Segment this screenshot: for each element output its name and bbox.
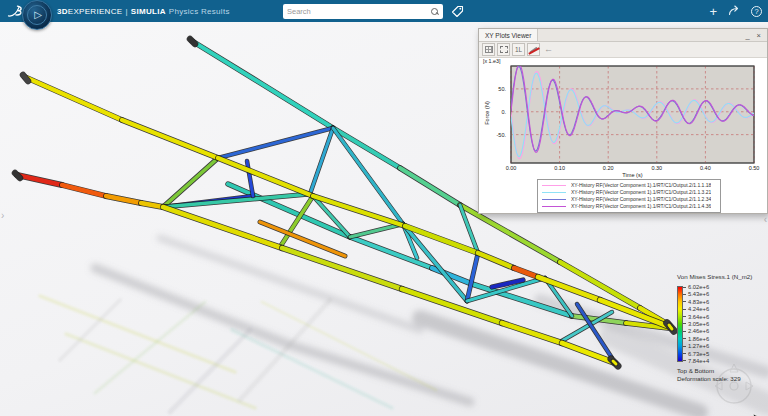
x-tick-label: 0.30 — [648, 165, 666, 171]
stress-tick — [683, 346, 686, 347]
brand-rest: EXPERIENCE — [68, 7, 123, 16]
legend-swatch — [542, 199, 566, 200]
x-axis-title: Time (s) — [511, 172, 754, 178]
xy-plots-toolbar: 1L ← — [479, 42, 767, 58]
stress-value-row: 6.73e+5 — [683, 351, 709, 357]
stress-tick — [683, 309, 686, 310]
legend-label: XY-History RF(Vector Component 1).1/RT/C… — [571, 189, 711, 195]
y-tick-label: 0. — [479, 109, 506, 115]
stress-legend-title: Von Mises Stress.1 (N_m2) — [677, 273, 765, 280]
legend-label: XY-History RF(Vector Component 1).1/RT/C… — [571, 196, 711, 202]
legend-swatch — [542, 206, 566, 207]
stress-value-row: 3.64e+6 — [683, 314, 709, 320]
legend-label: XY-History RF(Vector Component 1).1/RT/C… — [571, 182, 711, 188]
stress-tick — [683, 323, 686, 324]
back-button[interactable]: ← — [542, 43, 555, 56]
x-tick-label: 0.40 — [696, 165, 714, 171]
stress-value-label: 2.46e+6 — [688, 328, 709, 334]
stress-tick — [683, 294, 686, 295]
stress-value-label: 3.64e+6 — [688, 314, 709, 320]
add-icon[interactable]: + — [709, 5, 717, 18]
stress-value-row: 1.27e+6 — [683, 343, 709, 349]
plot-options-icon[interactable] — [482, 43, 495, 56]
back-arrow-icon: ← — [544, 45, 553, 54]
topbar-actions: + ? — [709, 0, 762, 22]
tag-icon[interactable] — [449, 4, 465, 19]
xy-plots-viewer-title: XY Plots Viewer — [479, 29, 538, 41]
minimize-button[interactable]: _ — [745, 31, 749, 40]
share-icon[interactable] — [728, 2, 740, 20]
xy-plots-viewer-window: XY Plots Viewer _ × 1L ← [x 1.e3] Force … — [478, 28, 768, 214]
xy-chart — [479, 58, 768, 173]
compass-widget[interactable]: ▷ — [22, 0, 52, 30]
xy-plots-viewer-titlebar[interactable]: XY Plots Viewer _ × — [479, 29, 767, 42]
brand-bold: 3D — [57, 7, 68, 16]
stress-tick — [683, 338, 686, 339]
stress-tick — [683, 287, 686, 288]
stress-value-label: 3.05e+6 — [688, 321, 709, 327]
plot-background — [511, 66, 754, 163]
compass-ring-icon — [27, 5, 47, 25]
stress-legend-location: Top & Bottom — [677, 367, 765, 375]
xy-chart-area: [x 1.e3] Force (N) Time (s) 0.000.100.20… — [479, 58, 768, 173]
stress-legend: Von Mises Stress.1 (N_m2) 6.02e+65.43e+6… — [677, 273, 765, 382]
stress-value-row: 3.05e+6 — [683, 321, 709, 327]
stress-value-label: 4.83e+6 — [688, 299, 709, 305]
axis-scale-button[interactable]: 1L — [512, 43, 525, 56]
search-icon[interactable] — [430, 7, 439, 16]
stress-tick — [683, 301, 686, 302]
stress-value-label: 4.24e+6 — [688, 306, 709, 312]
search-box — [283, 4, 443, 19]
stress-value-label: 6.02e+6 — [688, 284, 709, 290]
y-scale-note: [x 1.e3] — [483, 58, 500, 64]
stress-value-row: 7.84e+4 — [683, 358, 709, 364]
title-separator: | — [125, 7, 127, 16]
right-panel-expander-icon[interactable]: ‹ — [764, 214, 767, 225]
stress-value-row: 5.43e+6 — [683, 291, 709, 297]
grid-glyph-icon — [485, 46, 493, 53]
stress-value-label: 1.27e+6 — [688, 343, 709, 349]
stress-value-row: 2.46e+6 — [683, 328, 709, 334]
y-tick-label: 50. — [479, 86, 506, 92]
help-glyph: ? — [754, 7, 758, 16]
search-input[interactable] — [287, 7, 428, 16]
x-tick-label: 0.50 — [745, 165, 763, 171]
stress-colorbar-labels: 6.02e+65.43e+64.83e+64.24e+63.64e+63.05e… — [683, 284, 709, 364]
stress-value-row: 6.02e+6 — [683, 284, 709, 290]
chart-legend: XY-History RF(Vector Component 1).1/RT/C… — [537, 179, 721, 213]
stress-value-label: 1.86e+6 — [688, 336, 709, 342]
x-tick-label: 0.20 — [599, 165, 617, 171]
axis-1l-label: 1L — [515, 46, 522, 53]
legend-item: XY-History RF(Vector Component 1).1/RT/C… — [542, 189, 716, 196]
x-tick-label: 0.10 — [551, 165, 569, 171]
top-app-bar: ▷ 3DEXPERIENCE|SIMULIAPhysics Results + … — [0, 0, 768, 22]
close-button[interactable]: × — [757, 31, 761, 40]
help-icon[interactable]: ? — [751, 6, 762, 17]
stress-value-row: 1.86e+6 — [683, 336, 709, 342]
product-name: SIMULIA — [131, 7, 166, 16]
legend-swatch — [542, 192, 566, 193]
app-title: 3DEXPERIENCE|SIMULIAPhysics Results — [57, 7, 230, 16]
stress-tick — [683, 353, 686, 354]
x-tick-label: 0.00 — [502, 165, 520, 171]
stress-tick — [683, 331, 686, 332]
legend-item: XY-History RF(Vector Component 1).1/RT/C… — [542, 182, 716, 189]
legend-swatch — [542, 185, 566, 186]
left-panel-expander-icon[interactable]: › — [1, 210, 4, 221]
fit-glyph-icon — [500, 46, 508, 53]
stress-tick — [683, 360, 686, 361]
stress-value-label: 7.84e+4 — [688, 358, 709, 364]
deformation-scale-label: Deformation scale: 329 — [677, 375, 765, 383]
legend-label: XY-History RF(Vector Component 1).1/RT/C… — [571, 203, 711, 209]
stress-value-label: 6.73e+5 — [688, 351, 709, 357]
stress-value-row: 4.83e+6 — [683, 299, 709, 305]
legend-item: XY-History RF(Vector Component 1).1/RT/C… — [542, 196, 716, 203]
stress-tick — [683, 316, 686, 317]
annotate-off-icon[interactable] — [527, 43, 540, 56]
stress-value-label: 5.43e+6 — [688, 291, 709, 297]
y-tick-label: -50. — [479, 132, 506, 138]
application-window: ▷ 3DEXPERIENCE|SIMULIAPhysics Results + … — [0, 0, 768, 416]
app-subtitle: Physics Results — [169, 7, 230, 16]
fit-view-icon[interactable] — [497, 43, 510, 56]
stress-value-row: 4.24e+6 — [683, 306, 709, 312]
